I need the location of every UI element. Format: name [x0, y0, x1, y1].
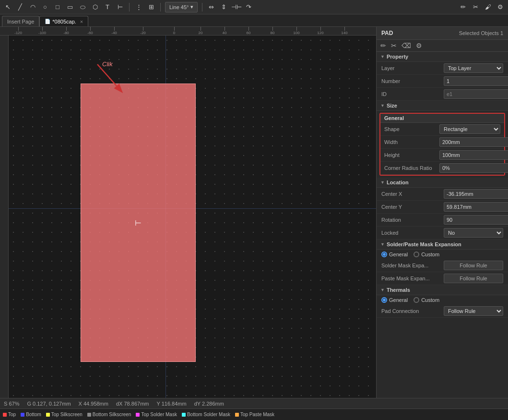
line-tool-icon[interactable]: ╱	[15, 2, 25, 12]
pad-connection-label: Pad Connection	[381, 308, 444, 314]
canvas-content[interactable]: ⊢ Clik	[9, 36, 376, 398]
thermals-radio-row: General Custom	[377, 295, 508, 305]
paint-icon[interactable]: 🖌	[483, 2, 493, 12]
delete-icon[interactable]: ⌫	[402, 42, 411, 49]
location-section: ▼ Location Center X Center Y Rotation Lo…	[377, 178, 508, 240]
right-panel: PAD Selected Objects 1 ✏ ✂ ⌫ ⚙ ▼ Propert…	[376, 27, 508, 398]
number-row: Number	[377, 75, 508, 88]
dy-status: dY 2.286mm	[194, 401, 224, 407]
solder-section-header[interactable]: ▼ Solder/Paste Mask Expansion	[377, 240, 508, 250]
rotation-input[interactable]	[444, 215, 508, 225]
rounded-rect-icon[interactable]: ▭	[65, 2, 75, 12]
id-label: ID	[381, 91, 444, 97]
width-row: Width	[380, 136, 504, 149]
layer-top-solder-mask[interactable]: Top Solder Mask	[136, 412, 177, 417]
top-toolbar: ↖ ╱ ◠ ○ □ ▭ ⬭ ⬡ T ⊢ ⋮ ⊞ Line 45° ▾ ⇔ ⇕ ⊣…	[0, 0, 508, 14]
settings-icon[interactable]: ⚙	[496, 2, 505, 12]
solder-radio-row: General Custom	[377, 250, 508, 259]
center-y-input[interactable]	[444, 202, 508, 212]
locked-select[interactable]: No Yes	[444, 228, 503, 238]
paste-mask-btn[interactable]: Follow Rule	[444, 274, 503, 283]
paste-mask-label: Paste Mask Expan...	[381, 276, 444, 281]
pad-rectangle[interactable]: ⊢	[81, 84, 196, 362]
mirror-icon[interactable]: ⊣⊢	[232, 2, 241, 12]
line-mode-label: Line 45°	[169, 4, 189, 10]
solder-custom-radio[interactable]: Custom	[413, 252, 439, 257]
general-header: General	[380, 114, 504, 123]
size-section-header[interactable]: ▼ Size	[377, 101, 508, 111]
rotation-label: Rotation	[381, 217, 444, 223]
grid-icon[interactable]: ⊞	[146, 2, 156, 12]
center-x-row: Center X	[377, 188, 508, 201]
cursor-tool-icon[interactable]: ↖	[3, 2, 12, 12]
pad-connection-select[interactable]: Follow Rule	[444, 306, 503, 316]
height-input[interactable]	[439, 150, 508, 160]
corner-radius-row: Corner Radius Ratio	[380, 162, 504, 175]
location-section-header[interactable]: ▼ Location	[377, 178, 508, 188]
polygon-icon[interactable]: ⬡	[90, 2, 100, 12]
corner-radius-input[interactable]	[439, 163, 508, 173]
layer-top-silk-label: Top Silkscreen	[51, 412, 83, 417]
panel-header: PAD Selected Objects 1	[377, 27, 508, 40]
layer-top-paste-mask[interactable]: Top Paste Mask	[235, 412, 274, 417]
corner-radius-label: Corner Radius Ratio	[384, 165, 439, 171]
canvas-area[interactable]: -120 -100 -80 -60 -40 -20 0 20 40 60 80 …	[0, 27, 376, 398]
shape-select[interactable]: Rectangle Oval Round	[439, 124, 500, 134]
size-arrow: ▼	[380, 103, 385, 108]
draw-icon[interactable]: ✏	[458, 2, 468, 12]
shape-row: Shape Rectangle Oval Round	[380, 123, 504, 136]
solder-section: ▼ Solder/Paste Mask Expansion General Cu…	[377, 240, 508, 285]
layer-bottom[interactable]: Bottom	[21, 412, 41, 417]
more-icon[interactable]: ⋮	[134, 2, 143, 12]
location-arrow: ▼	[380, 180, 385, 185]
tab-insert-page[interactable]: Insert Page	[2, 16, 39, 26]
ruler-left	[0, 36, 9, 398]
property-section-header[interactable]: ▼ Property	[377, 52, 508, 62]
flip-v-icon[interactable]: ⇕	[219, 2, 229, 12]
size-section-label: Size	[387, 103, 397, 108]
layer-select[interactable]: Top Layer	[444, 63, 503, 73]
id-input[interactable]	[444, 89, 508, 99]
layer-top-silkscreen[interactable]: Top Silkscreen	[46, 412, 83, 417]
layer-bottom-solder-label: Bottom Solder Mask	[187, 412, 230, 417]
center-x-label: Center X	[381, 191, 444, 197]
rect-tool-icon[interactable]: □	[53, 2, 62, 12]
solder-arrow: ▼	[380, 242, 385, 247]
thermals-section-header[interactable]: ▼ Thermals	[377, 285, 508, 295]
measure-icon[interactable]: ⊢	[115, 2, 125, 12]
width-label: Width	[384, 139, 439, 145]
property-section-label: Property	[387, 54, 408, 60]
tab-close-icon[interactable]: ×	[80, 19, 83, 24]
oval-icon[interactable]: ⬭	[78, 2, 87, 12]
circle-tool-icon[interactable]: ○	[40, 2, 50, 12]
layer-top[interactable]: Top	[3, 412, 16, 417]
x-status: X 44.958mm	[79, 401, 108, 407]
layer-bottom-solder-mask[interactable]: Bottom Solder Mask	[182, 412, 230, 417]
main-area: -120 -100 -80 -60 -40 -20 0 20 40 60 80 …	[0, 27, 508, 398]
layer-bottom-label: Bottom	[26, 412, 41, 417]
solder-general-radio[interactable]: General	[381, 252, 408, 257]
cut-icon[interactable]: ✂	[391, 42, 397, 49]
thermals-custom-radio[interactable]: Custom	[413, 297, 439, 303]
solder-mask-btn[interactable]: Follow Rule	[444, 261, 503, 270]
arc-tool-icon[interactable]: ◠	[28, 2, 37, 12]
layer-bottom-silkscreen[interactable]: Bottom Silkscreen	[87, 412, 131, 417]
thermals-general-radio[interactable]: General	[381, 297, 408, 303]
layer-top-solder-label: Top Solder Mask	[141, 412, 177, 417]
line-mode-button[interactable]: Line 45° ▾	[165, 2, 198, 12]
tab-0805cap[interactable]: 📄 *0805cap. ×	[39, 16, 88, 26]
number-input[interactable]	[444, 76, 508, 86]
property-section: ▼ Property Layer Top Layer Number ID	[377, 52, 508, 101]
center-x-input[interactable]	[444, 189, 508, 199]
edit-icon[interactable]: ✏	[380, 42, 386, 49]
center-y-row: Center Y	[377, 201, 508, 214]
rotate-icon[interactable]: ↷	[244, 2, 254, 12]
layer-bottom-silk-color	[87, 413, 91, 417]
config-icon[interactable]: ⚙	[416, 42, 422, 49]
scissors-icon[interactable]: ✂	[471, 2, 480, 12]
width-input[interactable]	[439, 137, 508, 147]
flip-h-icon[interactable]: ⇔	[207, 2, 216, 12]
height-label: Height	[384, 152, 439, 158]
text-icon[interactable]: T	[103, 2, 112, 12]
general-box: General Shape Rectangle Oval Round Width…	[379, 113, 505, 176]
